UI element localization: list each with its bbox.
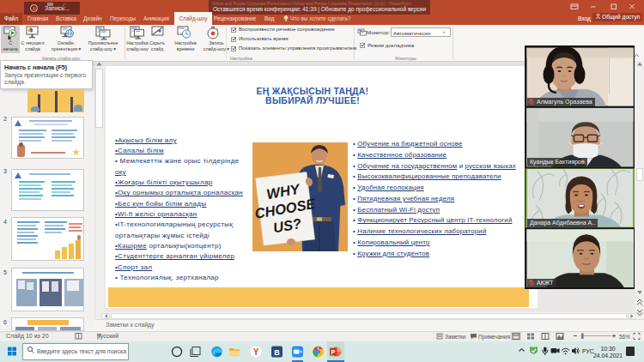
svg-text:Y: Y [253, 347, 259, 357]
svg-text:P: P [331, 348, 336, 356]
svg-text:B: B [274, 348, 280, 357]
